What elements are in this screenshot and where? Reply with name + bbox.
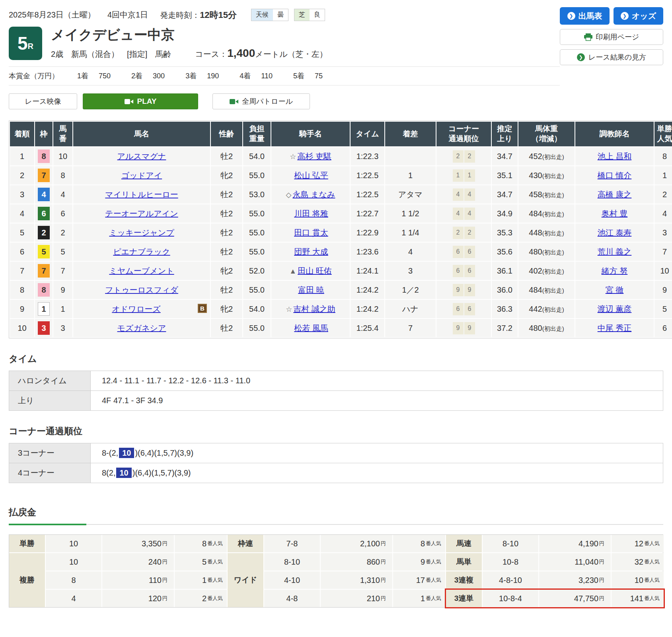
last-3f-time: 35.1 bbox=[492, 166, 518, 184]
body-weight-note: (初出走) bbox=[542, 211, 564, 218]
course-distance: 1,400 bbox=[227, 47, 255, 60]
corner-3-position: 6 bbox=[453, 246, 464, 258]
corner-4-position: 6 bbox=[464, 246, 475, 258]
trainer-cell: 宮 徹 bbox=[575, 281, 654, 299]
turf-badge: 芝 良 bbox=[294, 9, 325, 21]
bracket-number-badge: 7 bbox=[38, 169, 50, 182]
finish-time: 1:24.1 bbox=[351, 262, 384, 280]
turf-label: 芝 bbox=[294, 9, 310, 21]
finish-time: 1:25.4 bbox=[351, 319, 384, 337]
wide-amount: 210円 bbox=[321, 590, 392, 607]
race-conditions: 2歳 新馬（混合） [指定] 馬齢 bbox=[51, 49, 171, 60]
last-3f-time: 36.0 bbox=[492, 281, 518, 299]
jockey-name-link[interactable]: 田山 旺佑 bbox=[298, 266, 332, 275]
last-up-value: 4F 47.1 - 3F 34.9 bbox=[91, 391, 663, 411]
trainer-name-link[interactable]: 渡辺 薫彦 bbox=[598, 305, 632, 313]
wide-combination: 4-8 bbox=[264, 590, 320, 607]
trainer-name-link[interactable]: 中尾 秀正 bbox=[598, 324, 632, 332]
trainer-name-link[interactable]: 宮 徹 bbox=[606, 285, 624, 294]
horse-name-link[interactable]: モズガネシア bbox=[117, 324, 166, 332]
corner-positions: 44 bbox=[436, 204, 491, 223]
body-weight-note: (初出走) bbox=[542, 287, 564, 294]
prize-item: 5着75 bbox=[293, 71, 323, 81]
last-3f-time: 37.2 bbox=[492, 319, 518, 337]
corner-3-position: 4 bbox=[453, 208, 464, 220]
horse-name-link[interactable]: オドワローズ bbox=[112, 305, 160, 313]
prize-items: 1着750 2着300 3着190 4着110 5着75 bbox=[77, 71, 343, 81]
jockey-name-link[interactable]: 永島 まなみ bbox=[292, 190, 335, 199]
table-row: 5 2 2 ミッキージャンプ 牡2 55.0 田口 貫太 1:22.9 1 1/… bbox=[10, 223, 672, 242]
payout-type-win: 単勝 bbox=[9, 535, 45, 552]
trainer-name-link[interactable]: 緒方 努 bbox=[602, 266, 628, 275]
trainer-name-link[interactable]: 池江 泰寿 bbox=[598, 228, 632, 237]
printer-icon bbox=[584, 33, 592, 41]
body-weight-note: (初出走) bbox=[542, 173, 564, 179]
print-page-label: 印刷用ページ bbox=[596, 32, 639, 42]
patrol-video-button[interactable]: 全周パトロール bbox=[212, 93, 310, 109]
trainer-name-link[interactable]: 高橋 康之 bbox=[598, 190, 632, 199]
trainer-cell: 奥村 豊 bbox=[575, 204, 654, 223]
jockey-name-link[interactable]: 団野 大成 bbox=[294, 247, 328, 256]
corner-4-position: 9 bbox=[464, 322, 475, 334]
jockey-name-link[interactable]: 川田 将雅 bbox=[294, 209, 328, 218]
horse-name-link[interactable]: フトゥーロスフィダ bbox=[105, 285, 178, 294]
col-jockey: 騎手名 bbox=[271, 122, 350, 146]
bracket-number-badge: 5 bbox=[38, 245, 50, 258]
horse-name-link[interactable]: ミヤムーブメント bbox=[109, 266, 174, 275]
finish-time: 1:22.5 bbox=[351, 185, 384, 204]
how-to-read-button[interactable]: ❯ レース結果の見方 bbox=[560, 49, 663, 65]
results-header-row: 着順 枠 馬 番 馬名 性齢 負担 重量 騎手名 タイム 着差 コーナー 通過順… bbox=[10, 122, 672, 146]
horse-name-link[interactable]: ピエナブラック bbox=[113, 247, 170, 256]
prize-amount: 190 bbox=[207, 72, 219, 80]
horse-name-cell: ピエナブラック bbox=[73, 243, 210, 261]
jockey-name-link[interactable]: 松若 風馬 bbox=[294, 324, 328, 332]
jockey-name-link[interactable]: 富田 暁 bbox=[298, 285, 324, 294]
bracket-cell: 2 bbox=[35, 223, 53, 242]
jockey-cell: ▲田山 旺佑 bbox=[271, 262, 350, 280]
race-number-suffix: R bbox=[28, 42, 33, 51]
odds-button[interactable]: ❯ オッズ bbox=[614, 7, 663, 25]
trainer-name-link[interactable]: 荒川 義之 bbox=[598, 247, 632, 256]
horse-name-link[interactable]: マイリトルヒーロー bbox=[105, 190, 178, 199]
winner-highlight: 10 bbox=[116, 468, 131, 478]
trainer-name-link[interactable]: 橋口 慎介 bbox=[598, 171, 632, 180]
bracket-number-badge: 8 bbox=[38, 150, 50, 163]
entries-button[interactable]: ❯ 出馬表 bbox=[560, 7, 610, 25]
finish-position: 3 bbox=[10, 185, 34, 204]
trainer-name-link[interactable]: 池上 昌和 bbox=[598, 152, 632, 161]
horse-name-link[interactable]: アルスマグナ bbox=[117, 152, 166, 161]
payout-table: 単勝 10 3,350円 8番人気 枠連 7-8 2,100円 8番人気 馬連 … bbox=[9, 534, 663, 608]
finish-position: 2 bbox=[10, 166, 34, 184]
horse-name-link[interactable]: テーオーアルアイン bbox=[105, 209, 178, 218]
play-button[interactable]: PLAY bbox=[83, 93, 198, 109]
wide-combination: 8-10 bbox=[264, 553, 320, 571]
sex-age: 牡2 bbox=[211, 243, 242, 261]
quinella-amount: 4,190円 bbox=[539, 535, 611, 552]
horse-name-link[interactable]: ゴッドアイ bbox=[121, 171, 162, 180]
wide-favorite: 9番人気 bbox=[393, 553, 445, 571]
body-weight-note: (初出走) bbox=[542, 230, 564, 237]
jockey-name-link[interactable]: 松山 弘平 bbox=[294, 171, 328, 180]
last-3f-time: 34.7 bbox=[492, 147, 518, 165]
wide-amount: 860円 bbox=[321, 553, 392, 571]
corner-positions: 66 bbox=[436, 243, 491, 261]
prize-place: 1着 bbox=[77, 72, 88, 80]
jockey-cell: 松山 弘平 bbox=[271, 166, 350, 184]
body-weight-note: (初出走) bbox=[542, 325, 564, 332]
jockey-name-link[interactable]: 吉村 誠之助 bbox=[293, 305, 335, 313]
horse-name-cell: アルスマグナ bbox=[73, 147, 210, 165]
horse-name-link[interactable]: ミッキージャンプ bbox=[109, 228, 174, 237]
carried-weight: 55.0 bbox=[243, 243, 271, 261]
trainer-name-link[interactable]: 奥村 豊 bbox=[602, 209, 628, 218]
corner-order-table: 3コーナー 8-(2,10)(6,4)(1,5,7)(3,9) 4コーナー 8(… bbox=[9, 443, 663, 483]
jockey-name-link[interactable]: 高杉 吏騏 bbox=[297, 152, 331, 161]
race-video-button[interactable]: レース映像 bbox=[9, 93, 77, 109]
bracket-cell: 6 bbox=[35, 204, 53, 223]
corner-3-position: 6 bbox=[453, 265, 464, 277]
table-row: 8 8 9 フトゥーロスフィダ 牡2 55.0 富田 暁 1:24.2 1／2 … bbox=[10, 281, 672, 299]
jockey-name-link[interactable]: 田口 貫太 bbox=[294, 228, 328, 237]
blinker-badge: B bbox=[198, 304, 207, 313]
print-page-button[interactable]: 印刷用ページ bbox=[560, 29, 663, 45]
results-table: 着順 枠 馬 番 馬名 性齢 負担 重量 騎手名 タイム 着差 コーナー 通過順… bbox=[9, 120, 672, 338]
horse-name-cell: マイリトルヒーロー bbox=[73, 185, 210, 204]
